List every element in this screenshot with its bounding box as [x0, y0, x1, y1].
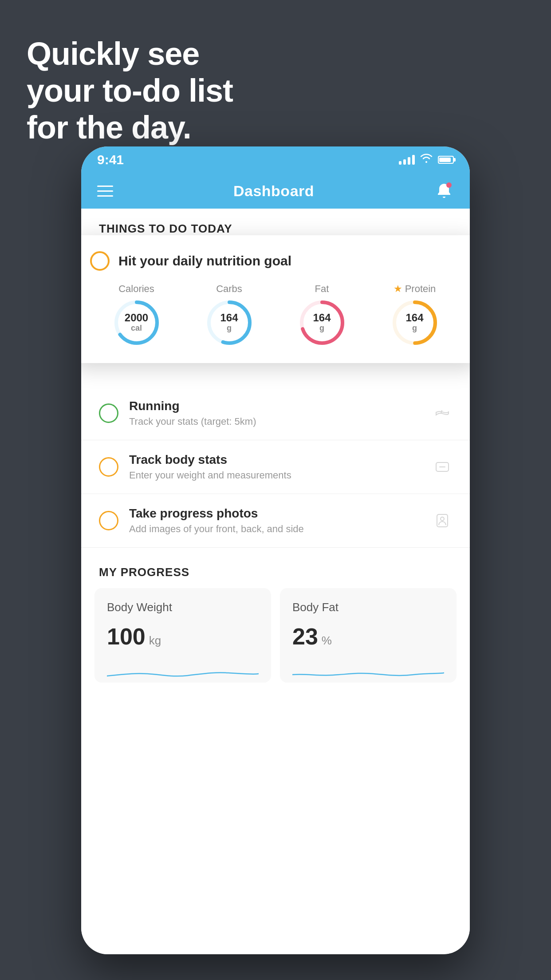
star-icon: ★: [394, 283, 402, 295]
task-checkbox[interactable]: [90, 251, 110, 271]
status-bar: 9:41: [81, 146, 470, 173]
body-weight-number: 100: [107, 623, 146, 650]
bell-icon[interactable]: [434, 181, 454, 201]
running-title: Running: [129, 399, 433, 413]
progress-cards: Body Weight 100 kg Body Fat 23: [81, 588, 470, 683]
nutrition-card: Hit your daily nutrition goal Calories 2…: [81, 235, 470, 363]
nutrition-carbs: Carbs 164 g: [205, 283, 254, 347]
body-fat-unit: %: [322, 634, 332, 648]
headline: Quickly see your to-do list for the day.: [27, 36, 233, 146]
fat-ring: 164 g: [298, 298, 346, 347]
protein-ring: 164 g: [390, 298, 439, 347]
progress-header: MY PROGRESS: [81, 565, 470, 588]
status-icons: [399, 154, 454, 166]
scale-icon: [433, 457, 452, 477]
body-weight-value-row: 100 kg: [107, 623, 259, 650]
calories-label: Calories: [118, 283, 154, 295]
body-weight-card[interactable]: Body Weight 100 kg: [94, 588, 271, 683]
protein-label: Protein: [405, 283, 436, 295]
running-checkbox[interactable]: [99, 403, 118, 423]
body-fat-card[interactable]: Body Fat 23 %: [280, 588, 457, 683]
status-time: 9:41: [97, 152, 124, 167]
progress-section: MY PROGRESS Body Weight 100 kg Body: [81, 548, 470, 683]
calories-ring: 2000 cal: [112, 298, 161, 347]
carbs-unit: g: [220, 324, 238, 333]
bodystats-subtitle: Enter your weight and measurements: [129, 470, 433, 481]
nutrition-fat: Fat 164 g: [298, 283, 346, 347]
photos-checkbox[interactable]: [99, 511, 118, 530]
bodystats-info: Track body stats Enter your weight and m…: [129, 453, 433, 481]
carbs-label: Carbs: [216, 283, 242, 295]
svg-point-11: [441, 517, 444, 521]
fat-unit: g: [313, 324, 331, 333]
headline-line3: for the day.: [27, 109, 233, 146]
nav-title: Dashboard: [233, 182, 314, 200]
card-title-row: Hit your daily nutrition goal: [90, 251, 461, 271]
carbs-value: 164: [220, 312, 238, 324]
carbs-ring: 164 g: [205, 298, 254, 347]
signal-icon: [399, 155, 415, 165]
nutrition-row: Calories 2000 cal Carbs: [90, 283, 461, 347]
protein-label-row: ★ Protein: [394, 283, 436, 295]
body-fat-chart: [292, 660, 444, 683]
phone-mockup: 9:41 Dashboard: [81, 146, 470, 954]
bodystats-checkbox[interactable]: [99, 457, 118, 477]
battery-icon: [438, 156, 454, 164]
card-title: Hit your daily nutrition goal: [118, 253, 291, 269]
fat-value: 164: [313, 312, 331, 324]
shoe-icon: [433, 403, 452, 423]
nutrition-protein: ★ Protein 164 g: [390, 283, 439, 347]
todo-progress-photos[interactable]: Take progress photos Add images of your …: [81, 494, 470, 548]
todo-list: Running Track your stats (target: 5km) T…: [81, 387, 470, 548]
body-weight-unit: kg: [149, 634, 161, 648]
headline-line2: your to-do list: [27, 72, 233, 109]
content-area: THINGS TO DO TODAY Hit your daily nutrit…: [81, 209, 470, 954]
body-fat-value-row: 23 %: [292, 623, 444, 650]
photos-title: Take progress photos: [129, 506, 433, 521]
person-icon: [433, 511, 452, 530]
todo-running[interactable]: Running Track your stats (target: 5km): [81, 387, 470, 440]
calories-value: 2000: [125, 312, 148, 324]
svg-point-0: [446, 182, 452, 188]
todo-body-stats[interactable]: Track body stats Enter your weight and m…: [81, 440, 470, 494]
body-fat-number: 23: [292, 623, 318, 650]
photos-info: Take progress photos Add images of your …: [129, 506, 433, 535]
headline-line1: Quickly see: [27, 36, 233, 72]
body-weight-title: Body Weight: [107, 601, 259, 614]
running-subtitle: Track your stats (target: 5km): [129, 416, 433, 427]
body-fat-title: Body Fat: [292, 601, 444, 614]
wifi-icon: [420, 154, 433, 166]
body-weight-chart: [107, 660, 259, 683]
hamburger-menu[interactable]: [97, 186, 113, 197]
bodystats-title: Track body stats: [129, 453, 433, 467]
fat-label: Fat: [315, 283, 329, 295]
nav-bar: Dashboard: [81, 173, 470, 209]
protein-value: 164: [405, 312, 423, 324]
photos-subtitle: Add images of your front, back, and side: [129, 523, 433, 535]
protein-unit: g: [405, 324, 423, 333]
nutrition-calories: Calories 2000 cal: [112, 283, 161, 347]
running-info: Running Track your stats (target: 5km): [129, 399, 433, 427]
calories-unit: cal: [125, 324, 148, 333]
